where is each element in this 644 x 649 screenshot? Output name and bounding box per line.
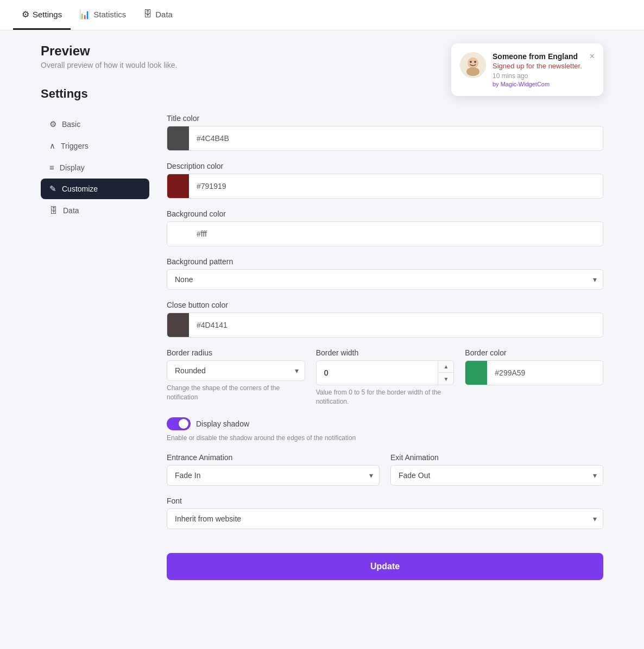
- entrance-animation-group: Entrance Animation Fade In Slide In Boun…: [167, 453, 380, 486]
- exit-animation-label: Exit Animation: [390, 453, 603, 462]
- toggle-slider: [167, 417, 191, 430]
- nav-item-settings[interactable]: ⚙ Settings: [13, 0, 71, 30]
- description-color-swatch[interactable]: [167, 174, 189, 198]
- settings-sidebar: ⚙ Basic ∧ Triggers ≡ Display ✎ Customize…: [41, 114, 149, 580]
- customize-icon: ✎: [49, 184, 56, 194]
- widget-time: 10 mins ago: [493, 72, 583, 80]
- close-button-color-group: Close button color #4D4141: [167, 301, 603, 338]
- border-row: Border radius Rounded Square Pill Change…: [167, 348, 603, 417]
- preview-section: Preview Overall preview of how it would …: [41, 43, 603, 69]
- animation-row: Entrance Animation Fade In Slide In Boun…: [167, 453, 603, 497]
- border-width-field[interactable]: [317, 363, 438, 383]
- sidebar-item-triggers[interactable]: ∧ Triggers: [41, 136, 149, 156]
- close-button-color-label: Close button color: [167, 301, 603, 309]
- border-width-spinners: ▲ ▼: [438, 361, 453, 385]
- entrance-animation-label: Entrance Animation: [167, 453, 380, 462]
- description-color-value: #791919: [189, 176, 603, 196]
- display-shadow-label: Display shadow: [196, 419, 249, 428]
- border-width-helper: Value from 0 to 5 for the border width o…: [316, 388, 454, 406]
- svg-point-3: [470, 61, 472, 63]
- title-color-input[interactable]: #4C4B4B: [167, 126, 603, 151]
- close-button-color-input[interactable]: #4D4141: [167, 313, 603, 338]
- avatar-svg: [460, 52, 486, 78]
- border-color-value: #299A59: [487, 363, 603, 383]
- widget-close-button[interactable]: ×: [590, 52, 595, 61]
- widget-action: Signed up for the newsletter.: [493, 62, 583, 70]
- close-button-color-value: #4D4141: [189, 315, 603, 335]
- nav-item-data[interactable]: 🗄 Data: [135, 0, 181, 30]
- nav-item-statistics[interactable]: 📊 Statistics: [71, 0, 135, 30]
- background-color-swatch[interactable]: [167, 222, 189, 246]
- title-color-group: Title color #4C4B4B: [167, 114, 603, 151]
- display-shadow-helper: Enable or disable the shadow around the …: [167, 434, 603, 443]
- update-button[interactable]: Update: [167, 553, 603, 580]
- border-color-group: Border color #299A59: [465, 348, 603, 385]
- description-color-input[interactable]: #791919: [167, 174, 603, 199]
- border-radius-wrapper: Rounded Square Pill: [167, 360, 305, 381]
- triggers-icon: ∧: [49, 141, 55, 151]
- display-icon: ≡: [49, 163, 54, 172]
- settings-content: Title color #4C4B4B Description color #7…: [167, 114, 603, 580]
- border-radius-group: Border radius Rounded Square Pill Change…: [167, 348, 305, 402]
- title-color-swatch[interactable]: [167, 126, 189, 150]
- description-color-group: Description color #791919: [167, 162, 603, 199]
- border-width-down[interactable]: ▼: [438, 373, 453, 385]
- background-color-group: Background color #fff: [167, 209, 603, 246]
- font-wrapper: Inherit from website Arial Roboto Open S…: [167, 508, 603, 529]
- font-label: Font: [167, 497, 603, 505]
- title-color-value: #4C4B4B: [189, 129, 603, 148]
- display-shadow-toggle-row: Display shadow: [167, 417, 603, 430]
- entrance-animation-select[interactable]: Fade In Slide In Bounce: [167, 465, 380, 486]
- border-radius-helper: Change the shape of the corners of the n…: [167, 384, 305, 402]
- border-width-label: Border width: [316, 348, 454, 357]
- data-sidebar-icon: 🗄: [49, 206, 58, 215]
- background-color-input[interactable]: #fff: [167, 221, 603, 246]
- background-pattern-wrapper: None Dots Lines Grid: [167, 269, 603, 290]
- title-color-label: Title color: [167, 114, 603, 123]
- close-button-color-swatch[interactable]: [167, 313, 189, 337]
- svg-point-4: [474, 61, 476, 63]
- border-color-swatch[interactable]: [465, 361, 487, 385]
- display-shadow-group: Display shadow Enable or disable the sha…: [167, 417, 603, 443]
- border-radius-select[interactable]: Rounded Square Pill: [167, 360, 305, 381]
- basic-icon: ⚙: [49, 119, 56, 129]
- border-color-label: Border color: [465, 348, 603, 357]
- sidebar-item-basic[interactable]: ⚙ Basic: [41, 114, 149, 135]
- background-color-value: #fff: [189, 224, 603, 244]
- font-group: Font Inherit from website Arial Roboto O…: [167, 497, 603, 529]
- avatar: [460, 52, 486, 78]
- entrance-animation-wrapper: Fade In Slide In Bounce: [167, 465, 380, 486]
- settings-nav-icon: ⚙: [22, 9, 29, 20]
- settings-section: Settings ⚙ Basic ∧ Triggers ≡ Display ✎: [41, 87, 603, 580]
- widget-person-name: Someone from England: [493, 52, 583, 61]
- widget-brand: by Magic-WidgetCom: [493, 81, 583, 87]
- data-nav-icon: 🗄: [143, 9, 152, 19]
- statistics-nav-icon: 📊: [79, 9, 90, 20]
- exit-animation-select[interactable]: Fade Out Slide Out Bounce: [390, 465, 603, 486]
- font-select[interactable]: Inherit from website Arial Roboto Open S…: [167, 508, 603, 529]
- settings-layout: ⚙ Basic ∧ Triggers ≡ Display ✎ Customize…: [41, 114, 603, 580]
- widget-content: Someone from England Signed up for the n…: [493, 52, 583, 87]
- display-shadow-toggle[interactable]: [167, 417, 191, 430]
- border-width-up[interactable]: ▲: [438, 361, 453, 373]
- sidebar-item-customize[interactable]: ✎ Customize: [41, 179, 149, 199]
- exit-animation-group: Exit Animation Fade Out Slide Out Bounce: [390, 453, 603, 486]
- svg-point-2: [468, 58, 478, 68]
- svg-rect-6: [469, 68, 477, 72]
- description-color-label: Description color: [167, 162, 603, 170]
- border-width-group: Border width ▲ ▼ Value from 0 to 5 for t…: [316, 348, 454, 406]
- background-pattern-group: Background pattern None Dots Lines Grid: [167, 257, 603, 290]
- background-pattern-select[interactable]: None Dots Lines Grid: [167, 269, 603, 290]
- main-content: Preview Overall preview of how it would …: [23, 30, 621, 593]
- sidebar-item-data[interactable]: 🗄 Data: [41, 200, 149, 220]
- sidebar-item-display[interactable]: ≡ Display: [41, 157, 149, 177]
- border-color-input[interactable]: #299A59: [465, 360, 603, 385]
- background-pattern-label: Background pattern: [167, 257, 603, 266]
- notification-widget: Someone from England Signed up for the n…: [451, 43, 603, 96]
- top-nav: ⚙ Settings 📊 Statistics 🗄 Data: [0, 0, 644, 30]
- border-width-input[interactable]: ▲ ▼: [316, 360, 454, 385]
- border-radius-label: Border radius: [167, 348, 305, 357]
- exit-animation-wrapper: Fade Out Slide Out Bounce: [390, 465, 603, 486]
- background-color-label: Background color: [167, 209, 603, 218]
